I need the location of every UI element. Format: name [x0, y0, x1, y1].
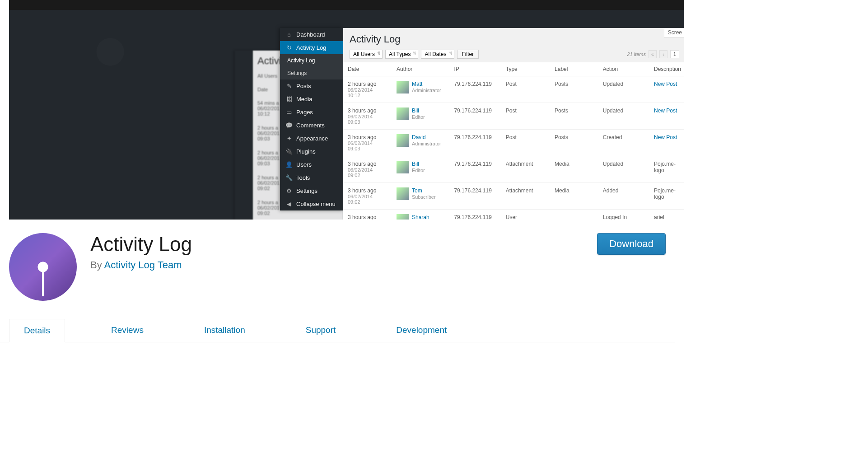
- plugin-icon: [9, 233, 77, 301]
- plugin-header: Activity Log By Activity Log Team Downlo…: [0, 220, 675, 305]
- plugin-title: Activity Log: [90, 233, 192, 256]
- table-row: 3 hours ago06/02/201409:03DavidAdministr…: [343, 130, 684, 156]
- menu-item: ◀Collapse menu: [280, 197, 343, 210]
- tab-installation[interactable]: Installation: [190, 319, 260, 342]
- table-row: 3 hours ago06/02/201409:02TomSubscriber7…: [343, 183, 684, 210]
- plugin-tabs: DetailsReviewsInstallationSupportDevelop…: [0, 305, 675, 342]
- table-row: 3 hours ago06/02/201409:03BillEditor79.1…: [343, 103, 684, 130]
- col-label: Label: [550, 62, 598, 76]
- menu-item: Settings: [280, 67, 343, 79]
- col-date: Date: [343, 62, 392, 76]
- menu-item: Activity Log: [280, 54, 343, 67]
- menu-item: ↻Activity Log: [280, 41, 343, 54]
- screenshot-front: Scree Activity Log All Users All Types A…: [343, 28, 684, 220]
- filter-bar: All Users All Types All Dates Filter 21 …: [343, 50, 684, 62]
- table-row: 3 hours ago06/02/201409:02BillEditor79.1…: [343, 156, 684, 183]
- activity-table: Date Author IP Type Label Action Descrip…: [343, 62, 684, 220]
- filter-types: All Types: [385, 50, 418, 59]
- menu-item: ⚙Settings: [280, 184, 343, 197]
- panel-title: Activity Log: [343, 28, 684, 50]
- page-num: 1: [670, 50, 679, 58]
- filter-users: All Users: [350, 50, 383, 59]
- menu-item: 💬Comments: [280, 119, 343, 132]
- plugin-author-link[interactable]: Activity Log Team: [104, 259, 182, 271]
- page-prev: ‹: [659, 50, 667, 58]
- filter-button: Filter: [457, 50, 479, 59]
- page-prev-first: «: [649, 50, 657, 58]
- menu-item: ✦Appearance: [280, 132, 343, 145]
- screen-options: Scree: [664, 28, 684, 37]
- download-button[interactable]: Download: [597, 233, 666, 255]
- menu-item: 👤Users: [280, 158, 343, 171]
- screenshot-sidebar: ⌂Dashboard↻Activity LogActivity LogSetti…: [280, 28, 343, 210]
- tab-details[interactable]: Details: [9, 319, 65, 342]
- menu-item: ✎Posts: [280, 79, 343, 93]
- menu-item: 🖼Media: [280, 93, 343, 106]
- plugin-banner: Activity All Users Date 54 mins a06/02/2…: [9, 0, 684, 220]
- col-desc: Description: [649, 62, 684, 76]
- menu-item: ⌂Dashboard: [280, 28, 343, 41]
- table-row: 3 hours ago06/02/201408:55SharahAuthor79…: [343, 210, 684, 220]
- col-action: Action: [598, 62, 649, 76]
- col-author: Author: [392, 62, 449, 76]
- tab-reviews[interactable]: Reviews: [97, 319, 158, 342]
- table-row: 2 hours ago06/02/201410:12MattAdministra…: [343, 76, 684, 103]
- filter-dates: All Dates: [421, 50, 454, 59]
- menu-item: 🔌Plugins: [280, 145, 343, 158]
- col-ip: IP: [449, 62, 501, 76]
- col-type: Type: [501, 62, 550, 76]
- menu-item: ▭Pages: [280, 106, 343, 119]
- menu-item: 🔧Tools: [280, 171, 343, 184]
- tab-support[interactable]: Support: [291, 319, 350, 342]
- plugin-byline: By Activity Log Team: [90, 259, 192, 271]
- item-count: 21 items: [627, 51, 646, 57]
- tab-development[interactable]: Development: [382, 319, 461, 342]
